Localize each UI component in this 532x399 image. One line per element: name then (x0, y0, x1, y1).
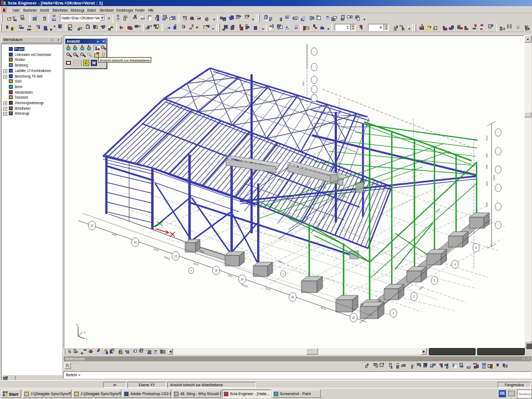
svg-text:z: z (76, 323, 78, 326)
svg-text:17: 17 (174, 255, 177, 258)
svg-text:x: x (86, 337, 88, 340)
svg-text:3800: 3800 (485, 202, 488, 207)
svg-text:19: 19 (241, 278, 244, 281)
svg-text:20: 20 (291, 296, 294, 299)
svg-text:2900: 2900 (485, 181, 488, 186)
svg-text:16: 16 (134, 241, 137, 244)
svg-text:7500: 7500 (265, 287, 271, 291)
svg-text:1085: 1085 (485, 164, 488, 170)
svg-text:15: 15 (90, 224, 94, 227)
svg-text:10035: 10035 (493, 175, 495, 181)
svg-text:9000: 9000 (320, 306, 326, 311)
svg-text:7500: 7500 (227, 274, 233, 278)
svg-text:y: y (84, 330, 86, 334)
svg-text:5000: 5000 (153, 248, 159, 252)
svg-text:4500: 4500 (111, 233, 117, 237)
svg-text:7500: 7500 (341, 195, 347, 199)
svg-text:21: 21 (352, 316, 355, 319)
svg-text:22500: 22500 (163, 255, 171, 260)
svg-text:9000: 9000 (418, 285, 424, 291)
svg-text:18: 18 (214, 269, 218, 272)
svg-text:2100: 2100 (485, 135, 488, 141)
svg-text:24500: 24500 (241, 283, 248, 288)
svg-text:9000: 9000 (435, 208, 441, 213)
svg-text:3500: 3500 (302, 81, 305, 86)
svg-text:1085: 1085 (485, 153, 488, 158)
